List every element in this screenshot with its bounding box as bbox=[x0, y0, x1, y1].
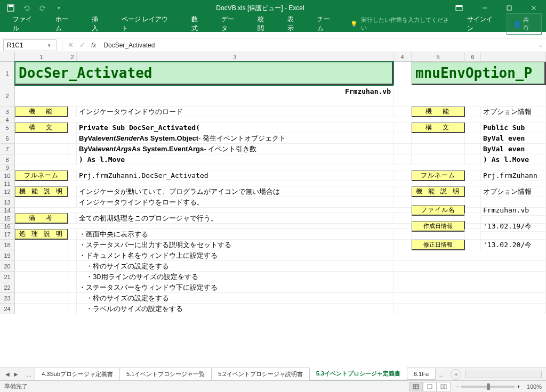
view-normal-button[interactable] bbox=[409, 382, 423, 391]
zoom-in-button[interactable]: + bbox=[517, 383, 520, 390]
tab-nav-prev-icon[interactable]: ◀ bbox=[5, 371, 10, 377]
cell-text[interactable]: オプション情報 bbox=[481, 186, 546, 197]
tab-data[interactable]: データ bbox=[213, 12, 249, 36]
cell-text[interactable]: 全ての初期処理をこのプロシージャで行う。 bbox=[77, 213, 394, 224]
zoom-slider[interactable] bbox=[461, 386, 515, 388]
cell-text[interactable]: '13.02.20/今 bbox=[481, 240, 546, 250]
col-header[interactable]: 2 bbox=[68, 52, 77, 61]
qa-dropdown-icon[interactable]: ▾ bbox=[54, 4, 63, 12]
cell-text[interactable]: ・画面中央に表示する bbox=[77, 229, 394, 240]
cell-text[interactable]: Public Sub bbox=[481, 123, 546, 133]
tab-review[interactable]: 校閲 bbox=[249, 12, 279, 36]
col-header[interactable]: 6 bbox=[465, 52, 481, 61]
tab-formulas[interactable]: 数式 bbox=[183, 12, 213, 36]
share-button[interactable]: 👤 共有 bbox=[507, 13, 542, 35]
signin-link[interactable]: サインイン bbox=[460, 15, 507, 33]
tab-nav-next-icon[interactable]: ▶ bbox=[14, 371, 18, 377]
sheet-tab[interactable]: 5.1イベントプロシージャ一覧 bbox=[119, 368, 212, 381]
cell-text[interactable]: ByVal even bbox=[481, 133, 546, 144]
ribbon-display-icon[interactable] bbox=[451, 0, 467, 16]
label-koubun-r[interactable]: 構 文 bbox=[412, 123, 465, 133]
row-header[interactable]: 24 bbox=[0, 304, 15, 314]
row-header[interactable]: 23 bbox=[0, 293, 15, 304]
row-header[interactable]: 10 bbox=[0, 170, 15, 181]
save-icon[interactable] bbox=[6, 4, 15, 12]
row-header[interactable]: 6 bbox=[0, 133, 15, 144]
view-pagelayout-button[interactable] bbox=[423, 382, 437, 391]
row-header[interactable]: 1 bbox=[0, 62, 15, 85]
row-header[interactable]: 12 bbox=[0, 186, 15, 197]
row-header[interactable]: 20 bbox=[0, 261, 15, 272]
row-header[interactable]: 15 bbox=[0, 213, 15, 224]
cell-text[interactable]: ByVal even bbox=[481, 144, 546, 154]
label-modified-r[interactable]: 修正日情報 bbox=[412, 240, 465, 250]
col-header[interactable]: 3 bbox=[77, 52, 394, 61]
title-cell-right[interactable]: mnuEnvOption_P bbox=[412, 62, 546, 85]
label-koubun[interactable]: 構 文 bbox=[15, 123, 68, 133]
col-header[interactable]: 5 bbox=[412, 52, 465, 61]
label-bikou[interactable]: 備 考 bbox=[15, 213, 68, 224]
row-header[interactable]: 16 bbox=[0, 224, 15, 229]
row-header[interactable]: 3 bbox=[0, 107, 15, 117]
cell-text[interactable]: ByVal eventArgs As System.EventArgs - イベ… bbox=[77, 144, 394, 154]
row-header[interactable]: 7 bbox=[0, 144, 15, 154]
expand-formula-icon[interactable]: ⌄ bbox=[535, 42, 546, 48]
undo-icon[interactable] bbox=[22, 4, 31, 12]
col-header[interactable] bbox=[481, 52, 546, 61]
cell-text[interactable]: ) As l.Move bbox=[77, 154, 394, 165]
label-setsumei[interactable]: 機 能 説 明 bbox=[15, 186, 68, 197]
cell-text[interactable]: ・ラベルのサイズの設定をする bbox=[77, 304, 394, 314]
cell-text[interactable]: ・枠のサイズの設定をする bbox=[77, 293, 394, 304]
redo-icon[interactable] bbox=[38, 4, 47, 12]
spreadsheet-grid[interactable]: DocSer_Activated mnuEnvOption_P Frmzuhan… bbox=[15, 62, 546, 314]
fx-icon[interactable]: fx bbox=[88, 42, 99, 49]
tab-file[interactable]: ファイル bbox=[4, 12, 47, 36]
cell-text[interactable]: ・ドキュメント名をウィンドウ上に設定する bbox=[77, 250, 394, 261]
cell-text[interactable]: オプション情報 bbox=[481, 107, 546, 117]
row-header[interactable]: 17 bbox=[0, 229, 15, 240]
cell-text[interactable]: ByVal eventSender As System.Object - 発生イ… bbox=[77, 133, 394, 144]
name-box[interactable]: R1C1 ▾ bbox=[3, 39, 57, 51]
row-header[interactable]: 14 bbox=[0, 208, 15, 213]
cancel-formula-icon[interactable]: ✕ bbox=[65, 41, 76, 49]
row-header[interactable]: 18 bbox=[0, 240, 15, 250]
cell-text[interactable]: Prj.frmZuhanni.DocSer_Activated bbox=[77, 170, 394, 181]
col-header[interactable]: 1 bbox=[15, 52, 68, 61]
col-header[interactable]: 4 bbox=[394, 52, 412, 61]
cell-text[interactable]: インジケータウインドウをロードする。 bbox=[77, 197, 394, 208]
formula-input[interactable]: DocSer_Activated bbox=[99, 40, 535, 50]
sheet-tab-active[interactable]: 5.3イベントプロシージャ定義書 bbox=[309, 368, 407, 381]
tell-me-search[interactable]: 💡 実行したい作業を入力してください bbox=[345, 16, 460, 32]
chevron-down-icon[interactable]: ▾ bbox=[45, 43, 53, 48]
label-setsumei-r[interactable]: 機 能 説 明 bbox=[412, 186, 465, 197]
row-header[interactable]: 8 bbox=[0, 154, 15, 165]
row-header[interactable]: 11 bbox=[0, 181, 15, 186]
label-fullname[interactable]: フルネーム bbox=[15, 170, 68, 181]
row-header[interactable]: 19 bbox=[0, 250, 15, 261]
cell-text[interactable]: Prj.frmZuhann bbox=[481, 170, 546, 181]
minimize-button[interactable] bbox=[472, 0, 497, 16]
tab-view[interactable]: 表示 bbox=[279, 12, 309, 36]
label-kinou[interactable]: 機 能 bbox=[15, 107, 68, 117]
tab-overflow-right[interactable]: ... bbox=[435, 371, 446, 378]
sheet-tab[interactable]: 6.1Fu bbox=[407, 369, 436, 380]
zoom-out-button[interactable]: − bbox=[456, 383, 459, 390]
cell-text[interactable]: インジケータウインドウのロード bbox=[77, 107, 394, 117]
add-sheet-button[interactable]: + bbox=[451, 369, 461, 380]
row-header[interactable]: 22 bbox=[0, 282, 15, 293]
row-header[interactable]: 5 bbox=[0, 123, 15, 133]
cell-text[interactable]: インジケータが動いていて、プログラムがアイコンで無い場合は bbox=[77, 186, 394, 197]
label-shori[interactable]: 処 理 説 明 bbox=[15, 229, 68, 240]
cell-text[interactable]: ・ステータスバーをウィンドウ下に設定する bbox=[77, 282, 394, 293]
cell-text[interactable]: ) As l.Move bbox=[481, 154, 546, 165]
tab-pagelayout[interactable]: ページ レイアウト bbox=[113, 12, 183, 36]
cell-text[interactable]: ・3D用ラインのサイズの設定をする bbox=[77, 272, 394, 282]
tab-team[interactable]: チーム bbox=[309, 12, 345, 36]
select-all-corner[interactable] bbox=[0, 52, 15, 61]
zoom-percent[interactable]: 100% bbox=[527, 383, 542, 390]
cell-text[interactable]: Private Sub DocSer_Activated( bbox=[77, 123, 394, 133]
row-header[interactable]: 4 bbox=[0, 117, 15, 123]
row-header[interactable]: 21 bbox=[0, 272, 15, 282]
row-header[interactable]: 2 bbox=[0, 85, 15, 107]
title-cell-left[interactable]: DocSer_Activated bbox=[15, 62, 394, 85]
